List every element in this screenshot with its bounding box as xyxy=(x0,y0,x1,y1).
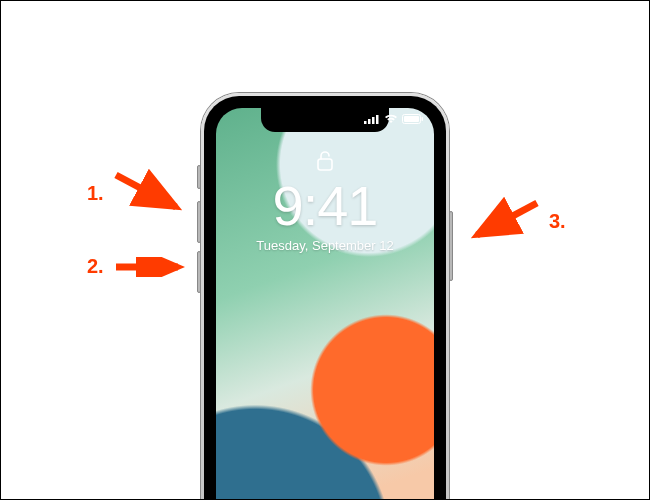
lock-screen-content: 9:41 Tuesday, September 12 xyxy=(216,150,434,253)
lock-date: Tuesday, September 12 xyxy=(216,238,434,253)
cellular-signal-icon xyxy=(364,114,380,124)
callout-3-label: 3. xyxy=(549,210,566,233)
wifi-icon xyxy=(384,114,398,124)
lock-time: 9:41 xyxy=(216,178,434,234)
arrow-icon xyxy=(463,197,543,245)
callout-1: 1. xyxy=(87,169,190,217)
callout-2-label: 2. xyxy=(87,255,104,278)
svg-rect-10 xyxy=(318,159,332,170)
battery-icon xyxy=(402,114,424,124)
mute-switch[interactable] xyxy=(197,165,201,189)
svg-line-0 xyxy=(116,175,176,207)
callout-3: 3. xyxy=(463,197,566,245)
volume-down-button[interactable] xyxy=(197,251,201,293)
arrow-icon xyxy=(110,169,190,217)
svg-rect-9 xyxy=(422,117,424,121)
side-power-button[interactable] xyxy=(449,211,453,281)
svg-rect-8 xyxy=(404,116,419,122)
lock-screen[interactable]: 9:41 Tuesday, September 12 xyxy=(216,108,434,500)
svg-rect-5 xyxy=(372,117,375,124)
callout-1-label: 1. xyxy=(87,182,104,205)
svg-rect-6 xyxy=(376,115,379,124)
callout-2: 2. xyxy=(87,255,192,278)
unlock-icon xyxy=(316,150,334,172)
volume-up-button[interactable] xyxy=(197,201,201,243)
svg-line-2 xyxy=(477,203,537,235)
svg-rect-3 xyxy=(364,121,367,124)
svg-rect-4 xyxy=(368,119,371,124)
status-bar xyxy=(364,114,424,124)
phone-device: 9:41 Tuesday, September 12 xyxy=(201,93,449,500)
phone-bezel: 9:41 Tuesday, September 12 xyxy=(204,96,446,500)
arrow-icon xyxy=(112,257,192,277)
